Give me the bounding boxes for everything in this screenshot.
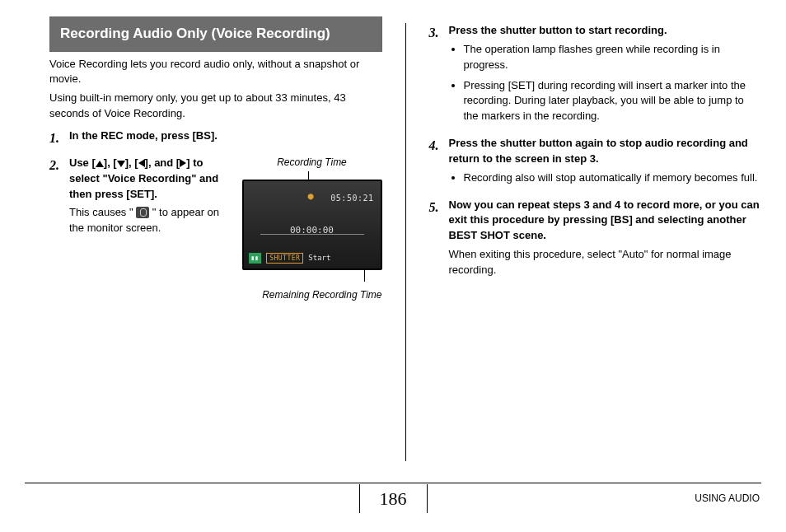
figure: Recording Time ● 05:50:21 00:00:00 ▮▮ SH… xyxy=(242,156,382,303)
steps-left: In the REC mode, press [BS]. Use [], [],… xyxy=(49,128,382,303)
footer-label: USING AUDIO xyxy=(695,492,760,506)
step2-body-a: This causes " xyxy=(69,206,136,218)
right-column: Press the shutter button to start record… xyxy=(429,16,762,461)
step2-m3: ], and [ xyxy=(145,156,180,169)
page-body: Recording Audio Only (Voice Recording) V… xyxy=(0,0,786,461)
pointer-line-bottom xyxy=(364,270,365,282)
column-divider xyxy=(405,23,406,461)
right-arrow-icon xyxy=(180,159,186,167)
step-4-bullet-1: Recording also will stop automatically i… xyxy=(464,170,762,186)
down-arrow-icon xyxy=(117,161,125,167)
intro-2: Using built-in memory only, you get up t… xyxy=(49,91,382,122)
step-2-body: This causes " " to appear on the monitor… xyxy=(69,205,234,236)
page-number: 186 xyxy=(359,484,428,514)
screen-shutter-label: SHUTTER xyxy=(266,253,303,264)
step-5-body: When exiting this procedure, select "Aut… xyxy=(449,247,762,278)
step-3-bullet-1: The operation lamp flashes green while r… xyxy=(464,42,762,73)
figure-label-top: Recording Time xyxy=(242,156,382,170)
screen-remaining-time: 05:50:21 xyxy=(330,193,373,205)
step-2: Use [], [], [], and [] to select "Voice … xyxy=(49,156,382,303)
step-3: Press the shutter button to start record… xyxy=(429,23,762,124)
screen-mic-icon: ● xyxy=(308,189,314,203)
step-1-title: In the REC mode, press [BS]. xyxy=(69,129,218,142)
steps-right: Press the shutter button to start record… xyxy=(429,23,762,278)
step-1: In the REC mode, press [BS]. xyxy=(49,128,382,144)
figure-label-bottom: Remaining Recording Time xyxy=(242,288,382,302)
microphone-icon xyxy=(136,207,149,218)
screen-elapsed-time: 00:00:00 xyxy=(244,224,381,237)
step-3-title: Press the shutter button to start record… xyxy=(449,24,667,36)
left-arrow-icon xyxy=(138,159,145,167)
left-column: Recording Audio Only (Voice Recording) V… xyxy=(49,16,382,461)
step-4-title: Press the shutter button again to stop a… xyxy=(449,137,748,165)
pointer-line-top xyxy=(308,171,309,180)
section-header: Recording Audio Only (Voice Recording) xyxy=(49,16,382,52)
page-footer: 186 USING AUDIO xyxy=(25,483,761,516)
screen-start-label: Start xyxy=(308,253,330,264)
screen-divider xyxy=(260,234,364,235)
step-3-sub: The operation lamp flashes green while r… xyxy=(449,42,762,124)
step2-pre: Use [ xyxy=(69,156,96,169)
step-2-title: Use [], [], [], and [] to select "Voice … xyxy=(69,156,218,200)
step-3-bullet-2: Pressing [SET] during recording will ins… xyxy=(464,78,762,125)
step-5: Now you can repeat steps 3 and 4 to reco… xyxy=(429,198,762,278)
screen-chip-icon: ▮▮ xyxy=(249,253,262,264)
camera-screen: ● 05:50:21 00:00:00 ▮▮ SHUTTER Start xyxy=(242,180,382,270)
step-4-sub: Recording also will stop automatically i… xyxy=(449,170,762,186)
step-5-title: Now you can repeat steps 3 and 4 to reco… xyxy=(449,198,760,242)
step2-m2: ], [ xyxy=(125,156,138,169)
step-4: Press the shutter button again to stop a… xyxy=(429,136,762,186)
intro-1: Voice Recording lets you record audio on… xyxy=(49,57,382,88)
step2-m1: ], [ xyxy=(104,156,117,169)
up-arrow-icon xyxy=(96,161,104,167)
